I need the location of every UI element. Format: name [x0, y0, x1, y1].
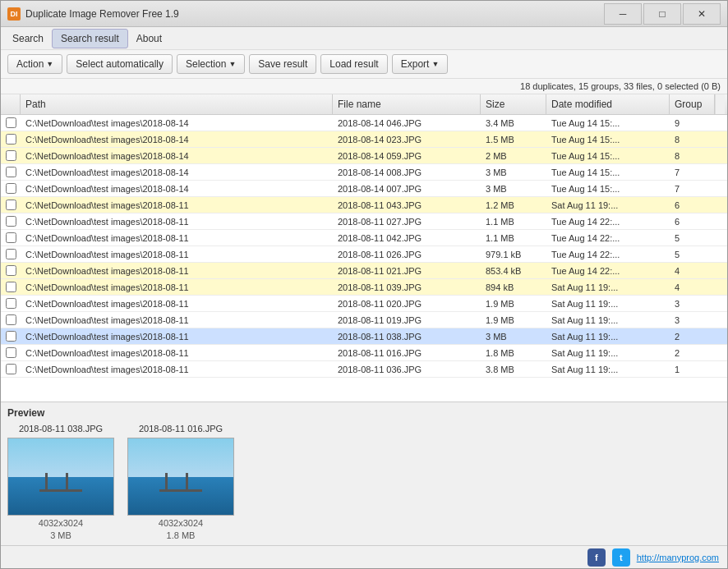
save-result-button[interactable]: Save result	[249, 54, 316, 74]
row-filename: 2018-08-11 026.JPG	[333, 247, 481, 262]
row-checkbox[interactable]	[6, 265, 16, 276]
row-date: Tue Aug 14 22:...	[546, 264, 670, 278]
row-checkbox-cell	[1, 197, 21, 213]
preview-dimensions: 4032x3024	[39, 518, 83, 528]
row-group: 4	[670, 280, 715, 295]
row-date: Tue Aug 14 15:...	[546, 165, 670, 180]
app-icon: DI	[7, 7, 21, 21]
row-filename: 2018-08-11 042.JPG	[333, 231, 481, 245]
preview-label: Preview	[7, 407, 721, 419]
header-filename[interactable]: File name	[333, 94, 481, 114]
table-row[interactable]: C:\NetDownload\test images\2018-08-14201…	[1, 148, 727, 164]
row-checkbox-cell	[1, 213, 21, 229]
maximize-button[interactable]: □	[643, 3, 681, 25]
menu-search[interactable]: Search	[4, 30, 52, 48]
row-checkbox[interactable]	[6, 232, 16, 243]
row-checkbox[interactable]	[6, 150, 16, 161]
table-body[interactable]: C:\NetDownload\test images\2018-08-14201…	[1, 115, 727, 402]
twitter-button[interactable]: t	[612, 548, 630, 567]
table-row[interactable]: C:\NetDownload\test images\2018-08-14201…	[1, 131, 727, 148]
row-filename: 2018-08-11 021.JPG	[333, 264, 481, 278]
row-filename: 2018-08-11 020.JPG	[333, 296, 481, 311]
row-filename: 2018-08-14 007.JPG	[333, 181, 481, 196]
preview-item: 2018-08-11 038.JPG4032x30243 MB	[7, 424, 114, 540]
row-path: C:\NetDownload\test images\2018-08-14	[21, 149, 333, 163]
row-checkbox[interactable]	[6, 282, 16, 292]
table-row[interactable]: C:\NetDownload\test images\2018-08-14201…	[1, 181, 727, 197]
preview-image[interactable]	[7, 438, 114, 516]
table-row[interactable]: C:\NetDownload\test images\2018-08-11201…	[1, 263, 727, 279]
row-checkbox[interactable]	[6, 314, 16, 325]
row-filename: 2018-08-11 038.JPG	[333, 329, 481, 344]
preview-image[interactable]	[127, 438, 234, 516]
row-date: Sat Aug 11 19:...	[546, 296, 670, 311]
row-size: 1.2 MB	[481, 198, 546, 213]
row-checkbox[interactable]	[6, 134, 16, 145]
row-date: Sat Aug 11 19:...	[546, 198, 670, 213]
action-button[interactable]: Action ▼	[7, 54, 62, 74]
close-button[interactable]: ✕	[683, 3, 721, 25]
preview-item: 2018-08-11 016.JPG4032x30241.8 MB	[127, 424, 234, 540]
table-row[interactable]: C:\NetDownload\test images\2018-08-11201…	[1, 328, 727, 345]
row-filename: 2018-08-11 019.JPG	[333, 313, 481, 328]
table-row[interactable]: C:\NetDownload\test images\2018-08-11201…	[1, 312, 727, 328]
row-checkbox[interactable]	[6, 200, 16, 210]
row-size: 1.9 MB	[481, 296, 546, 311]
row-size: 979.1 kB	[481, 247, 546, 262]
row-group: 8	[670, 149, 715, 163]
export-button[interactable]: Export ▼	[392, 54, 449, 74]
row-checkbox[interactable]	[6, 249, 16, 259]
table-row[interactable]: C:\NetDownload\test images\2018-08-11201…	[1, 230, 727, 246]
row-filename: 2018-08-11 043.JPG	[333, 198, 481, 213]
selection-button[interactable]: Selection ▼	[177, 54, 245, 74]
row-checkbox[interactable]	[6, 216, 16, 227]
row-size: 1.1 MB	[481, 231, 546, 245]
row-checkbox[interactable]	[6, 347, 16, 358]
header-group[interactable]: Group	[670, 94, 715, 114]
row-path: C:\NetDownload\test images\2018-08-14	[21, 116, 333, 131]
table-row[interactable]: C:\NetDownload\test images\2018-08-11201…	[1, 213, 727, 230]
website-link[interactable]: http://manyprog.com	[637, 553, 719, 562]
table-row[interactable]: C:\NetDownload\test images\2018-08-11201…	[1, 345, 727, 361]
title-bar: DI Duplicate Image Remover Free 1.9 ─ □ …	[1, 1, 727, 27]
table-row[interactable]: C:\NetDownload\test images\2018-08-11201…	[1, 197, 727, 213]
facebook-button[interactable]: f	[587, 548, 606, 567]
row-filename: 2018-08-14 008.JPG	[333, 165, 481, 180]
row-checkbox[interactable]	[6, 167, 16, 177]
row-checkbox[interactable]	[6, 183, 16, 194]
table-row[interactable]: C:\NetDownload\test images\2018-08-14201…	[1, 164, 727, 181]
results-table-container: Path File name Size Date modified Group …	[1, 94, 727, 402]
menu-about[interactable]: About	[128, 30, 170, 48]
row-group: 8	[670, 132, 715, 147]
table-row[interactable]: C:\NetDownload\test images\2018-08-11201…	[1, 246, 727, 263]
row-checkbox-cell	[1, 246, 21, 262]
table-row[interactable]: C:\NetDownload\test images\2018-08-11201…	[1, 279, 727, 296]
row-path: C:\NetDownload\test images\2018-08-11	[21, 198, 333, 213]
row-date: Sat Aug 11 19:...	[546, 346, 670, 360]
table-row[interactable]: C:\NetDownload\test images\2018-08-11201…	[1, 361, 727, 378]
window-controls: ─ □ ✕	[604, 3, 721, 25]
menu-search-result[interactable]: Search result	[52, 29, 128, 48]
preview-dimensions: 4032x3024	[159, 518, 203, 528]
row-path: C:\NetDownload\test images\2018-08-14	[21, 181, 333, 196]
row-checkbox[interactable]	[6, 117, 16, 128]
row-group: 3	[670, 313, 715, 328]
header-path[interactable]: Path	[21, 94, 333, 114]
row-filename: 2018-08-14 046.JPG	[333, 116, 481, 131]
row-group: 2	[670, 329, 715, 344]
load-result-button[interactable]: Load result	[320, 54, 387, 74]
row-checkbox[interactable]	[6, 364, 16, 374]
row-path: C:\NetDownload\test images\2018-08-11	[21, 313, 333, 328]
minimize-button[interactable]: ─	[604, 3, 642, 25]
header-date[interactable]: Date modified	[546, 94, 670, 114]
select-automatically-button[interactable]: Select automatically	[67, 54, 173, 74]
row-filename: 2018-08-14 023.JPG	[333, 132, 481, 147]
row-group: 4	[670, 264, 715, 278]
row-checkbox-cell	[1, 328, 21, 344]
row-checkbox[interactable]	[6, 331, 16, 342]
window-title: Duplicate Image Remover Free 1.9	[25, 8, 604, 20]
row-checkbox[interactable]	[6, 298, 16, 309]
table-row[interactable]: C:\NetDownload\test images\2018-08-11201…	[1, 296, 727, 312]
header-size[interactable]: Size	[481, 94, 546, 114]
table-row[interactable]: C:\NetDownload\test images\2018-08-14201…	[1, 115, 727, 131]
